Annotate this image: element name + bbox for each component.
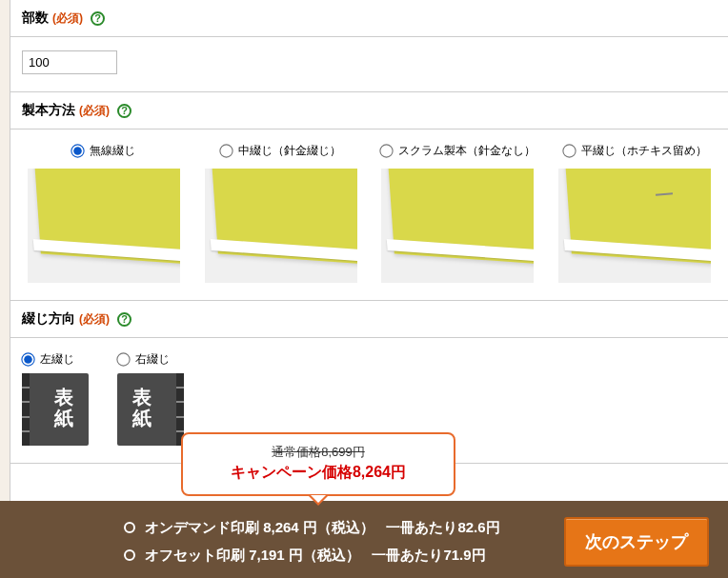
- required-badge: (必須): [79, 311, 110, 328]
- price-tooltip: 通常価格8,699円 キャンペーン価格8,264円: [181, 432, 455, 496]
- binding-radio-label[interactable]: スクラム製本（針金なし）: [376, 143, 540, 159]
- binding-option: 無線綴じ: [22, 143, 186, 283]
- direction-label: 綴じ方向: [22, 310, 75, 328]
- binding-radio[interactable]: [562, 144, 576, 157]
- required-badge: (必須): [79, 103, 110, 119]
- help-icon[interactable]: ?: [117, 312, 131, 327]
- section-body-binding: 無線綴じ中綴じ（針金綴じ）スクラム製本（針金なし）平綴じ（ホチキス留め）: [10, 130, 728, 301]
- direction-thumbnail: 表紙: [117, 373, 184, 446]
- binding-radio[interactable]: [219, 144, 233, 157]
- section-body-quantity: [10, 37, 728, 92]
- offset-per: 一冊あたり71.9円: [372, 547, 485, 563]
- campaign-price: キャンペーン価格8,264円: [196, 463, 440, 483]
- direction-option: 左綴じ表紙: [22, 351, 89, 446]
- binding-option: 平綴じ（ホチキス留め）: [553, 143, 717, 283]
- offset-price: 7,191 円（税込）: [249, 547, 360, 563]
- help-icon[interactable]: ?: [117, 104, 131, 118]
- ondemand-per: 一冊あたり82.6円: [386, 519, 499, 535]
- binding-radio-label[interactable]: 中綴じ（針金綴じ）: [199, 143, 363, 159]
- direction-thumbnail: 表紙: [22, 373, 89, 446]
- offset-label: オフセット印刷: [145, 547, 245, 563]
- direction-radio-label[interactable]: 左綴じ: [22, 351, 89, 368]
- ondemand-price: 8,264 円（税込）: [263, 519, 374, 535]
- binding-radio-label[interactable]: 無線綴じ: [22, 143, 186, 159]
- binding-label: 製本方法: [22, 102, 75, 119]
- binding-thumbnail: [558, 169, 711, 283]
- section-header-binding: 製本方法 (必須) ?: [10, 92, 728, 130]
- required-badge: (必須): [52, 10, 83, 27]
- direction-radio[interactable]: [116, 352, 130, 366]
- binding-radio[interactable]: [379, 144, 393, 157]
- binding-thumbnail: [381, 169, 534, 283]
- footer-bar: オンデマンド印刷 8,264 円（税込） 一冊あたり82.6円 オフセット印刷 …: [0, 501, 728, 578]
- binding-thumbnail: [28, 169, 180, 283]
- ondemand-price-row[interactable]: オンデマンド印刷 8,264 円（税込） 一冊あたり82.6円: [124, 514, 500, 542]
- section-header-quantity: 部数 (必須) ?: [10, 0, 728, 37]
- binding-radio-label[interactable]: 平綴じ（ホチキス留め）: [553, 143, 717, 159]
- quantity-input[interactable]: [22, 50, 117, 74]
- direction-option: 右綴じ表紙: [117, 351, 184, 446]
- direction-radio-label[interactable]: 右綴じ: [117, 351, 184, 368]
- direction-option-label: 右綴じ: [135, 351, 170, 368]
- normal-price: 通常価格8,699円: [196, 444, 440, 461]
- binding-option-label: 平綴じ（ホチキス留め）: [581, 143, 707, 159]
- binding-option-label: 無線綴じ: [90, 143, 135, 159]
- binding-option: スクラム製本（針金なし）: [376, 143, 540, 283]
- binding-option-label: 中綴じ（針金綴じ）: [238, 143, 341, 159]
- binding-radio[interactable]: [71, 144, 85, 157]
- quantity-label: 部数: [22, 10, 49, 27]
- section-header-direction: 綴じ方向 (必須) ?: [10, 301, 728, 338]
- binding-thumbnail: [205, 169, 357, 283]
- direction-option-label: 左綴じ: [40, 351, 74, 368]
- binding-option-label: スクラム製本（針金なし）: [398, 143, 536, 159]
- help-icon[interactable]: ?: [91, 11, 105, 26]
- direction-radio[interactable]: [21, 352, 34, 366]
- binding-option: 中綴じ（針金綴じ）: [199, 143, 363, 283]
- next-step-button[interactable]: 次のステップ: [564, 517, 709, 567]
- bullet-icon: [124, 522, 135, 533]
- offset-price-row[interactable]: オフセット印刷 7,191 円（税込） 一冊あたり71.9円: [124, 542, 500, 569]
- ondemand-label: オンデマンド印刷: [145, 519, 259, 535]
- bullet-icon: [124, 549, 135, 561]
